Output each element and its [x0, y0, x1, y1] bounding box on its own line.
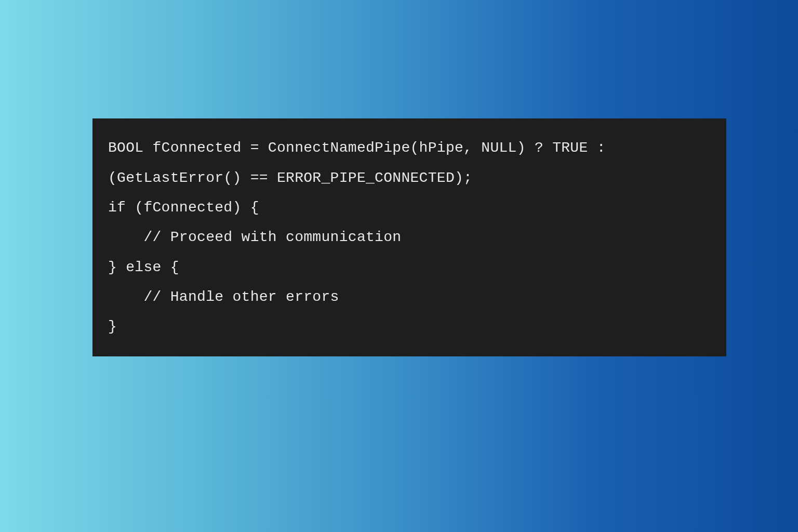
- code-line-3: if (fConnected) {: [108, 193, 711, 222]
- code-line-2: (GetLastError() == ERROR_PIPE_CONNECTED)…: [108, 163, 711, 193]
- code-line-5: } else {: [108, 252, 711, 282]
- code-block: BOOL fConnected = ConnectNamedPipe(hPipe…: [92, 118, 726, 356]
- code-line-4: // Proceed with communication: [108, 222, 711, 252]
- code-line-7: }: [108, 312, 711, 341]
- code-line-6: // Handle other errors: [108, 282, 711, 312]
- code-line-1: BOOL fConnected = ConnectNamedPipe(hPipe…: [108, 133, 711, 163]
